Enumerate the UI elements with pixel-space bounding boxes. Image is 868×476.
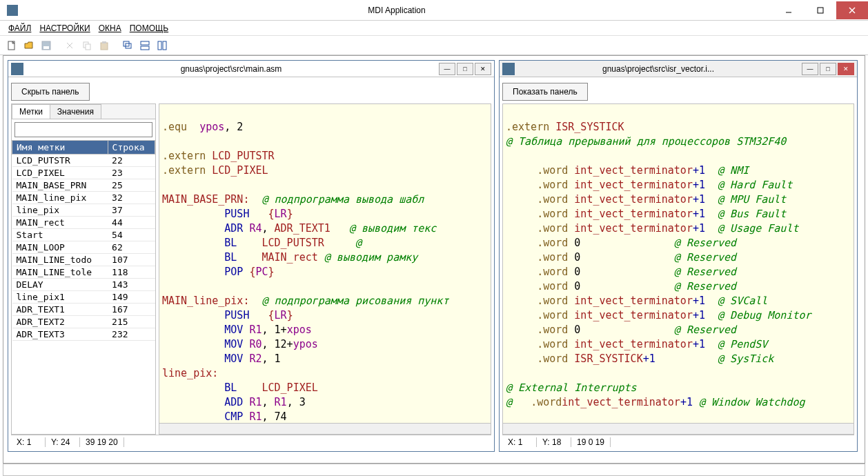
app-titlebar: MDI Application [0, 0, 868, 21]
menubar: ФАЙЛ НАСТРОЙКИ ОКНА ПОМОЩЬ [0, 21, 868, 36]
cut-icon[interactable] [62, 38, 77, 53]
toolbar [0, 36, 868, 55]
svg-rect-16 [141, 41, 149, 45]
svg-rect-7 [43, 46, 49, 49]
tile-vertical-icon[interactable] [155, 38, 170, 53]
svg-rect-11 [86, 44, 90, 50]
svg-rect-13 [102, 41, 106, 43]
svg-rect-12 [101, 43, 108, 50]
svg-rect-19 [163, 41, 166, 50]
minimize-button[interactable] [773, 1, 805, 19]
app-title: MDI Application [21, 6, 773, 15]
copy-icon[interactable] [79, 38, 95, 53]
save-file-icon[interactable] [39, 38, 54, 53]
new-file-icon[interactable] [4, 38, 19, 53]
tile-horizontal-icon[interactable] [137, 38, 152, 53]
svg-rect-0 [7, 5, 18, 16]
cascade-icon[interactable] [120, 38, 135, 53]
svg-rect-17 [141, 46, 149, 50]
svg-rect-18 [158, 41, 161, 50]
svg-rect-2 [818, 8, 823, 13]
app-icon [4, 2, 21, 19]
open-file-icon[interactable] [21, 38, 37, 53]
paste-icon[interactable] [97, 38, 112, 53]
menu-file[interactable]: ФАЙЛ [4, 22, 35, 34]
menu-settings[interactable]: НАСТРОЙКИ [35, 22, 94, 34]
close-button[interactable] [836, 1, 868, 19]
maximize-button[interactable] [805, 1, 836, 19]
menu-help[interactable]: ПОМОЩЬ [126, 22, 172, 34]
menu-windows[interactable]: ОКНА [95, 22, 126, 34]
